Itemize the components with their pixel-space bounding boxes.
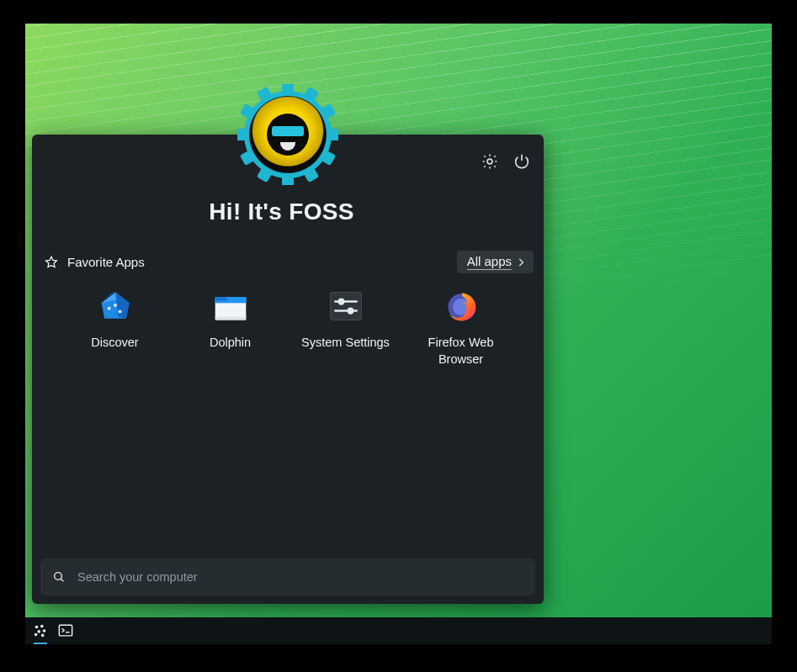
app-system-settings[interactable]: System Settings — [288, 283, 403, 368]
svg-point-14 — [487, 159, 492, 164]
dolphin-icon — [212, 288, 249, 325]
svg-point-35 — [41, 634, 45, 638]
svg-point-26 — [347, 307, 353, 314]
app-label: Firefox Web Browser — [406, 335, 515, 368]
svg-rect-21 — [330, 293, 361, 320]
greeting-text: Hi! It's FOSS — [32, 198, 531, 225]
svg-point-25 — [337, 298, 344, 304]
app-launcher-button[interactable] — [32, 622, 49, 639]
app-discover[interactable]: Discover — [57, 283, 173, 368]
svg-rect-36 — [59, 625, 72, 636]
svg-point-34 — [35, 633, 38, 637]
taskbar-terminal[interactable] — [57, 622, 74, 639]
gear-icon — [481, 152, 499, 171]
search-input[interactable] — [77, 570, 523, 584]
svg-point-16 — [113, 304, 116, 307]
search-bar[interactable] — [40, 558, 535, 595]
favorite-apps-grid: Discover Dolphin — [57, 283, 518, 368]
discover-icon — [97, 288, 134, 325]
firefox-icon — [443, 288, 480, 325]
svg-rect-1 — [282, 84, 294, 96]
application-launcher: Hi! It's FOSS Favorite Apps All apps — [32, 135, 544, 604]
terminal-icon — [58, 623, 73, 638]
section-title: Favorite Apps — [67, 255, 145, 269]
app-launcher-icon — [33, 623, 48, 638]
taskbar — [25, 617, 772, 644]
svg-point-31 — [40, 625, 44, 628]
all-apps-label: All apps — [467, 254, 512, 270]
system-settings-icon — [327, 288, 364, 325]
all-apps-button[interactable]: All apps — [457, 251, 534, 273]
app-label: Discover — [91, 335, 138, 352]
svg-rect-20 — [215, 317, 246, 320]
app-label: Dolphin — [210, 335, 251, 352]
star-icon — [44, 255, 59, 270]
app-dolphin[interactable]: Dolphin — [173, 283, 288, 368]
svg-point-17 — [118, 310, 121, 313]
svg-point-33 — [43, 629, 46, 632]
settings-button[interactable] — [480, 151, 500, 172]
chevron-right-icon — [515, 257, 527, 268]
user-avatar[interactable] — [237, 84, 338, 185]
power-button[interactable] — [512, 151, 532, 172]
desktop-wallpaper: Hi! It's FOSS Favorite Apps All apps — [25, 24, 772, 644]
search-icon — [52, 570, 66, 584]
svg-point-32 — [37, 630, 40, 633]
app-label: System Settings — [301, 335, 390, 352]
svg-rect-3 — [237, 129, 249, 140]
app-firefox[interactable]: Firefox Web Browser — [403, 283, 518, 368]
svg-rect-2 — [282, 173, 294, 185]
power-icon — [513, 152, 531, 171]
svg-point-30 — [35, 626, 39, 629]
svg-point-29 — [55, 573, 62, 580]
svg-rect-4 — [327, 129, 338, 140]
svg-point-15 — [107, 307, 110, 310]
